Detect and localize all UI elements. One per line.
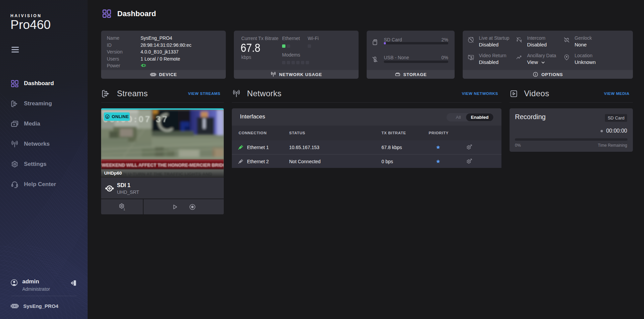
svg-text:WEEKEND WILL AFFECT THE HONORE: WEEKEND WILL AFFECT THE HONORE-MERCIER B…: [102, 163, 224, 168]
svg-text:1: 1: [123, 207, 125, 211]
